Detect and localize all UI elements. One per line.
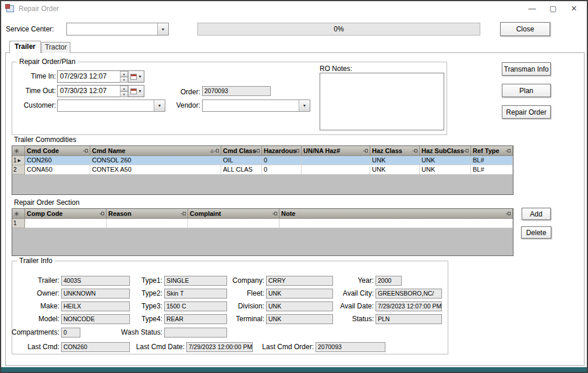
pin-icon[interactable]: [85, 149, 88, 152]
column-header-note[interactable]: Note: [279, 209, 513, 219]
trailer-info-title: Trailer Info: [17, 257, 55, 265]
last-cmd-order-field[interactable]: 2070093: [316, 342, 385, 352]
spinner-down-icon[interactable]: ▼: [120, 91, 128, 97]
row-selector[interactable]: 1: [12, 219, 25, 228]
cell-ref-type[interactable]: BL#: [471, 165, 513, 175]
cell-cmd-name[interactable]: CONTEX A50: [90, 165, 221, 175]
service-center-combo[interactable]: ▼: [66, 23, 169, 35]
service-center-label: Service Center:: [6, 25, 54, 33]
column-header-haz-class[interactable]: Haz Class: [370, 146, 420, 156]
time-out-spinner[interactable]: ▲ ▼: [120, 86, 128, 97]
last-cmd-date-label: Last Cmd Date:: [126, 342, 185, 352]
transman-info-button[interactable]: Transman Info: [502, 62, 551, 76]
tab-tractor[interactable]: Tractor: [41, 42, 70, 53]
column-header-ref-type[interactable]: Ref Type: [471, 146, 513, 156]
fleet-label: Fleet:: [211, 289, 264, 299]
column-header-complaint[interactable]: Complaint: [188, 209, 279, 219]
cell-cmd-name[interactable]: CONSOL 260: [90, 156, 221, 165]
column-header-comp-code[interactable]: Comp Code: [25, 209, 107, 219]
add-button[interactable]: Add: [522, 208, 551, 220]
cell-cmd-class[interactable]: ALL CLAS: [221, 165, 262, 175]
pin-icon[interactable]: [296, 149, 299, 152]
minimize-icon[interactable]: —: [522, 2, 543, 15]
cell-hazardous[interactable]: 0: [262, 156, 302, 165]
maximize-icon[interactable]: ▢: [543, 2, 564, 15]
time-in-calendar-button[interactable]: ▼: [128, 71, 144, 82]
chevron-down-icon[interactable]: ▼: [157, 23, 168, 35]
column-header-hazardous[interactable]: Hazardous: [262, 146, 302, 156]
table-row[interactable]: 2 CONA50 CONTEX A50 ALL CLAS 0 UNK UNK B…: [12, 165, 513, 175]
table-row[interactable]: 1▶ CON260 CONSOL 260 OIL 0 UNK UNK BL#: [12, 156, 513, 165]
time-out-picker[interactable]: 07/30/23 12:07 ▲ ▼ ▼: [57, 85, 144, 97]
customer-combo[interactable]: ▼: [57, 100, 165, 112]
pin-icon[interactable]: [415, 149, 417, 152]
tab-trailer[interactable]: Trailer: [9, 41, 41, 53]
plan-button[interactable]: Plan: [502, 84, 551, 97]
wash-status-field[interactable]: [164, 328, 227, 338]
column-header-cmd-class[interactable]: Cmd Class: [221, 146, 262, 156]
pin-icon[interactable]: [216, 149, 219, 152]
cell-cmd-code[interactable]: CON260: [25, 156, 90, 165]
delete-button[interactable]: Delete: [521, 226, 551, 239]
pin-icon[interactable]: [508, 149, 511, 152]
close-icon[interactable]: ✕: [564, 2, 585, 15]
cell-reason[interactable]: [107, 219, 188, 228]
column-header-label: Note: [281, 210, 295, 217]
cell-unna-haz[interactable]: [302, 165, 370, 175]
cell-cmd-class[interactable]: OIL: [221, 156, 262, 165]
last-cmd-field[interactable]: CON260: [61, 342, 130, 352]
close-button[interactable]: Close: [500, 22, 550, 36]
cell-hazardous[interactable]: 0: [262, 165, 302, 175]
pin-icon[interactable]: [101, 212, 104, 215]
repair-order-button[interactable]: Repair Order: [502, 105, 551, 119]
row-selector-header[interactable]: [12, 146, 25, 156]
cell-complaint[interactable]: [188, 219, 279, 228]
cell-haz-subclass[interactable]: UNK: [420, 156, 471, 165]
type3-label: Type3:: [115, 301, 162, 311]
cell-haz-subclass[interactable]: UNK: [420, 165, 471, 175]
ro-notes-textarea[interactable]: [320, 73, 444, 130]
avail-city-field[interactable]: GREENSBORO,NC/: [376, 289, 442, 299]
spinner-down-icon[interactable]: ▼: [120, 77, 128, 83]
time-out-calendar-button[interactable]: ▼: [128, 86, 144, 97]
column-header-unna-haz[interactable]: UN/NA Haz#: [302, 146, 370, 156]
table-row[interactable]: 1: [12, 219, 513, 228]
year-label: Year:: [316, 276, 374, 286]
last-cmd-date-field[interactable]: 7/29/2023 12:00:00 PM: [186, 342, 253, 352]
cell-unna-haz[interactable]: [302, 156, 370, 165]
column-header-cmd-code[interactable]: Cmd Code: [25, 146, 90, 156]
pin-icon[interactable]: [183, 212, 186, 215]
pin-icon[interactable]: [466, 149, 469, 152]
row-selector[interactable]: 1▶: [12, 156, 25, 165]
year-field[interactable]: 2000: [376, 276, 402, 286]
cell-haz-class[interactable]: UNK: [370, 165, 420, 175]
spinner-up-icon[interactable]: ▲: [120, 71, 128, 77]
wash-status-label: Wash Status:: [115, 328, 162, 338]
cell-cmd-code[interactable]: CONA50: [25, 165, 90, 175]
type4-label: Type4:: [115, 314, 162, 324]
pin-icon[interactable]: [274, 212, 277, 215]
chevron-down-icon[interactable]: ▼: [154, 100, 165, 111]
pin-icon[interactable]: [365, 149, 368, 152]
order-field[interactable]: 2070093: [202, 86, 271, 96]
row-selector[interactable]: 2: [12, 165, 25, 175]
avail-date-field[interactable]: 7/29/2023 12:07:00 PM: [376, 301, 442, 311]
row-selector-header[interactable]: [12, 209, 25, 219]
vendor-combo[interactable]: ▼: [202, 100, 310, 112]
cell-note[interactable]: [279, 219, 513, 228]
column-header-cmd-name[interactable]: Cmd Name△: [90, 146, 221, 156]
pin-icon[interactable]: [508, 212, 511, 215]
cell-ref-type[interactable]: BL#: [471, 156, 513, 165]
spinner-up-icon[interactable]: ▲: [120, 86, 128, 91]
cell-haz-class[interactable]: UNK: [370, 156, 420, 165]
repair-order-window: Repair Order — ▢ ✕ Service Center: ▼ 0% …: [0, 0, 588, 373]
pin-icon[interactable]: [257, 149, 260, 152]
status-field[interactable]: PLN: [376, 314, 442, 324]
column-header-haz-subclass[interactable]: Haz SubClass: [420, 146, 471, 156]
cell-comp-code[interactable]: [25, 219, 107, 228]
time-in-picker[interactable]: 07/29/23 12:07 ▲ ▼ ▼: [57, 70, 144, 83]
column-header-reason[interactable]: Reason: [107, 209, 188, 219]
chevron-down-icon[interactable]: ▼: [299, 100, 310, 111]
compartments-field[interactable]: 0: [61, 328, 80, 338]
time-in-spinner[interactable]: ▲ ▼: [120, 71, 128, 82]
